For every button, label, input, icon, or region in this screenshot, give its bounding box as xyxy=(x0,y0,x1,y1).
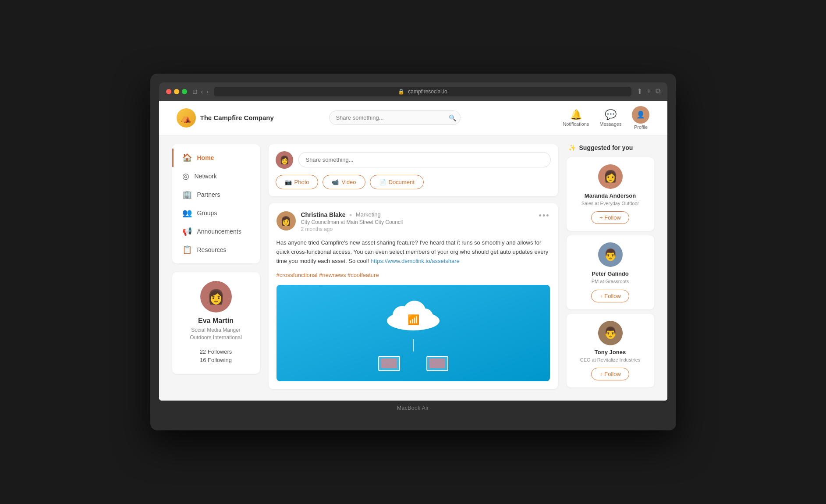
messages-icon: 💬 xyxy=(605,109,617,121)
search-icon[interactable]: 🔍 xyxy=(449,114,456,121)
post-time: 2 months ago xyxy=(301,226,534,232)
svg-point-3 xyxy=(417,309,433,324)
composer-avatar: 👩 xyxy=(276,151,293,169)
user-stats: 22 Followers 16 Following xyxy=(179,348,253,363)
sidebar-item-home[interactable]: 🏠 Home xyxy=(172,149,260,167)
fullscreen-button[interactable] xyxy=(182,89,187,94)
sidebar-item-announcements[interactable]: 📢 Announcements xyxy=(172,222,260,241)
home-icon: 🏠 xyxy=(182,153,192,163)
composer-actions: 📷 Photo 📹 Video 📄 Document xyxy=(276,175,551,189)
svg-text:📶: 📶 xyxy=(407,314,419,326)
suggested-card-peter: 👨 Peter Galindo PM at Grassroots + Follo… xyxy=(567,235,654,309)
sidebar-toggle-icon[interactable]: ⊡ xyxy=(192,88,198,95)
profile-avatar: 👤 xyxy=(632,106,649,124)
sidebar-item-resources-label: Resources xyxy=(197,246,227,253)
sidebar-item-groups[interactable]: 👥 Groups xyxy=(172,204,260,222)
brand-name: The Campfire Company xyxy=(200,114,274,121)
notifications-button[interactable]: 🔔 Notifications xyxy=(563,109,589,127)
notifications-label: Notifications xyxy=(563,121,589,127)
duplicate-icon[interactable]: ⧉ xyxy=(656,87,660,96)
profile-label: Profile xyxy=(634,124,648,130)
sug-title-tony: CEO at Revitalize Industries xyxy=(574,357,647,363)
document-icon: 📄 xyxy=(379,179,386,185)
post-subtitle: City Councilman at Main Street City Coun… xyxy=(301,219,534,225)
sidebar-item-partners-label: Partners xyxy=(197,191,220,198)
suggested-card-tony: 👨 Tony Jones CEO at Revitalize Industrie… xyxy=(567,314,654,387)
suggested-card-maranda: 👩 Maranda Anderson Sales at Everyday Out… xyxy=(567,157,654,231)
devices-row xyxy=(378,356,448,371)
post-author-name: Christina Blake xyxy=(301,211,346,218)
url-text: campfiresocial.io xyxy=(408,89,447,95)
follow-button-maranda[interactable]: + Follow xyxy=(591,211,629,224)
groups-icon: 👥 xyxy=(182,208,192,218)
new-tab-icon[interactable]: + xyxy=(647,87,651,96)
nav-actions: 🔔 Notifications 💬 Messages 👤 Profile xyxy=(563,106,649,130)
profile-button[interactable]: 👤 Profile xyxy=(632,106,649,130)
resources-icon: 📋 xyxy=(182,245,192,255)
search-input[interactable] xyxy=(329,110,461,125)
post-tag: #crossfunctional #newnews #coolfeature xyxy=(277,272,379,278)
browser-chrome: ⊡ ‹ › 🔒 campfiresocial.io ⬆ + ⧉ xyxy=(159,82,667,101)
composer-top: 👩 xyxy=(276,151,551,169)
user-avatar: 👩 xyxy=(200,281,232,312)
sidebar-item-network-label: Network xyxy=(195,173,217,180)
security-icon: 🔒 xyxy=(398,89,404,95)
sidebar-item-resources[interactable]: 📋 Resources xyxy=(172,241,260,259)
author-dot: ● xyxy=(349,212,352,218)
user-title: Social Media Manger Outdoors Internation… xyxy=(179,327,253,341)
forward-icon[interactable]: › xyxy=(206,88,209,95)
photo-icon: 📷 xyxy=(285,179,292,185)
messages-label: Messages xyxy=(599,121,621,127)
minimize-button[interactable] xyxy=(174,89,179,94)
sug-avatar-tony: 👨 xyxy=(598,321,623,345)
sidebar-nav: 🏠 Home ◎ Network 🏢 Partners 👥 Groups xyxy=(172,144,260,263)
post-card: 👩 Christina Blake ● Marketing City Counc… xyxy=(269,203,558,389)
address-bar[interactable]: 🔒 campfiresocial.io xyxy=(214,87,631,96)
post-more-menu[interactable]: ••• xyxy=(539,211,550,220)
cloud-svg: 📶 xyxy=(385,295,442,330)
user-name: Eva Martin xyxy=(179,317,253,325)
sug-avatar-peter: 👨 xyxy=(598,242,623,267)
close-button[interactable] xyxy=(166,89,171,94)
connector-line xyxy=(413,339,414,351)
traffic-lights xyxy=(166,89,187,94)
sug-name-tony: Tony Jones xyxy=(574,349,647,355)
post-image: 📶 xyxy=(277,285,550,381)
macbook-frame: ⊡ ‹ › 🔒 campfiresocial.io ⬆ + ⧉ ⛺ The Ca… xyxy=(150,74,676,430)
network-icon: ◎ xyxy=(182,171,189,181)
suggested-panel: ✨ Suggested for you 👩 Maranda Anderson S… xyxy=(567,144,654,392)
post-link[interactable]: https://www.demolink.io/assetshare xyxy=(371,258,460,264)
sidebar-item-network[interactable]: ◎ Network xyxy=(172,167,260,185)
sug-title-peter: PM at Grassroots xyxy=(574,278,647,285)
photo-button[interactable]: 📷 Photo xyxy=(276,175,319,189)
cloud-graphic: 📶 xyxy=(378,295,448,371)
bell-icon: 🔔 xyxy=(570,109,582,121)
messages-button[interactable]: 💬 Messages xyxy=(599,109,621,127)
follow-button-tony[interactable]: + Follow xyxy=(591,368,629,380)
post-avatar: 👩 xyxy=(277,211,296,231)
browser-actions: ⬆ + ⧉ xyxy=(637,87,660,96)
follow-button-peter[interactable]: + Follow xyxy=(591,290,629,302)
top-nav: ⛺ The Campfire Company 🔍 🔔 Notifications… xyxy=(159,101,667,135)
browser-body: ⛺ The Campfire Company 🔍 🔔 Notifications… xyxy=(159,101,667,401)
device-1 xyxy=(378,356,400,371)
sug-name-maranda: Maranda Anderson xyxy=(574,192,647,199)
post-header: 👩 Christina Blake ● Marketing City Counc… xyxy=(277,211,550,232)
sug-avatar-maranda: 👩 xyxy=(598,164,623,189)
device-2 xyxy=(426,356,448,371)
partners-icon: 🏢 xyxy=(182,190,192,199)
browser-nav: ⊡ ‹ › xyxy=(192,88,209,95)
brand[interactable]: ⛺ The Campfire Company xyxy=(177,108,274,128)
share-icon[interactable]: ⬆ xyxy=(637,87,642,96)
feed: 👩 📷 Photo 📹 Video 📄 xyxy=(260,144,567,392)
post-meta: Christina Blake ● Marketing City Council… xyxy=(301,211,534,232)
video-button[interactable]: 📹 Video xyxy=(323,175,365,189)
search-bar[interactable]: 🔍 xyxy=(329,110,461,125)
brand-logo: ⛺ xyxy=(177,108,196,128)
main-layout: 🏠 Home ◎ Network 🏢 Partners 👥 Groups xyxy=(159,135,667,401)
following-stat: 16 Following xyxy=(179,357,253,363)
document-button[interactable]: 📄 Document xyxy=(370,175,424,189)
composer-input[interactable] xyxy=(298,152,551,167)
back-icon[interactable]: ‹ xyxy=(201,88,203,95)
sidebar-item-partners[interactable]: 🏢 Partners xyxy=(172,185,260,204)
